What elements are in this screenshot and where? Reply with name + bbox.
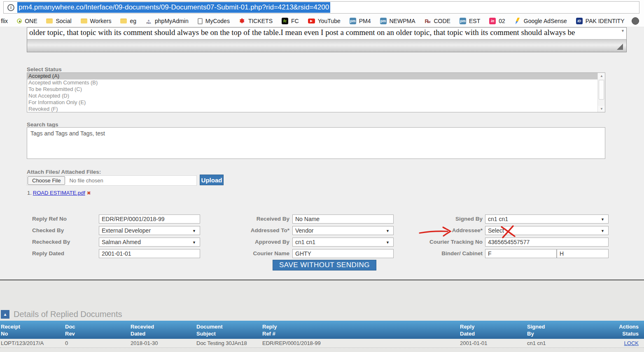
delete-file-icon[interactable] <box>87 190 91 196</box>
status-option-selected[interactable]: Accepted (A) <box>27 73 605 79</box>
attach-files-label: Attach Files/ Attached Files: <box>27 169 101 175</box>
bookmark-item-social[interactable]: Social <box>46 18 71 24</box>
courier-name-input[interactable] <box>292 249 394 258</box>
addressed-to-label: Addressed To* <box>230 226 289 235</box>
status-option[interactable]: Not Accepted (D) <box>27 93 605 99</box>
chevron-down-icon <box>386 226 390 235</box>
page-content: older topic, that topic with its comment… <box>0 27 644 280</box>
bookmark-item-est[interactable]: pmEST <box>460 18 480 24</box>
listbox-scrollbar[interactable] <box>597 73 605 112</box>
editor-status-area <box>27 39 626 52</box>
attached-file-link[interactable]: ROAD ESTIMATE.pdf <box>33 190 85 196</box>
bookmark-item-phpmyadmin[interactable]: PMAphpMyAdmin <box>145 18 189 24</box>
bookmark-item-02[interactable]: in02 <box>489 18 505 24</box>
bookmark-item-flix[interactable]: flix <box>1 18 8 24</box>
address-bar[interactable]: pm4.pmanywhere.co/Interface/09-documents… <box>3 1 639 14</box>
lock-action-link[interactable]: LOCK <box>624 340 639 346</box>
approved-by-label: Approved By <box>230 238 289 247</box>
details-section: Details of Replied Documents ReceiptNo D… <box>0 280 644 352</box>
page-info-icon[interactable] <box>7 4 14 11</box>
comment-editor[interactable]: older topic, that topic with its comment… <box>27 27 627 52</box>
receipt-no-cell: LOPT/123/2017/A <box>1 339 63 347</box>
chevron-down-icon <box>601 215 604 224</box>
bookmark-item-adsense[interactable]: Google AdSense <box>514 18 567 24</box>
folder-icon <box>120 19 127 23</box>
flower-icon <box>239 18 245 24</box>
signed-by-select[interactable]: cn1 cn1 <box>485 214 609 224</box>
bookmark-item-workers[interactable]: Workers <box>81 18 112 24</box>
reply-ref-no-label: Reply Ref No <box>32 214 94 224</box>
file-input[interactable]: Choose File No file chosen <box>27 175 197 186</box>
editor-text[interactable]: older topic, that topic with its comment… <box>27 28 626 39</box>
status-option[interactable]: To be Resubmitted (C) <box>27 86 605 93</box>
bookmark-item-code[interactable]: RMCODE <box>425 18 450 24</box>
url-text[interactable]: pm4.pmanywhere.co/Interface/09-documents… <box>17 2 330 13</box>
adsense-icon <box>514 18 521 24</box>
section-title: Details of Replied Documents <box>14 310 122 319</box>
bookmark-item-mycodes[interactable]: MyCodes <box>198 18 230 24</box>
chevron-down-icon <box>192 238 196 247</box>
folder-icon <box>81 19 87 23</box>
scroll-down-icon[interactable] <box>621 29 625 33</box>
chevron-down-icon <box>386 238 390 247</box>
bookmark-item-newpma[interactable]: pmNEWPMA <box>380 18 415 24</box>
rechecked-by-select[interactable]: Salman Ahmed <box>99 238 200 247</box>
bookmark-item-tickets[interactable]: TICKETS <box>239 18 273 24</box>
pm-icon: pm <box>350 18 356 24</box>
approved-by-select[interactable]: cn1 cn1 <box>292 238 394 247</box>
status-option[interactable]: Accepted with Comments (B) <box>27 79 605 86</box>
bookmark-item-pm4[interactable]: pmPM4 <box>350 18 371 24</box>
phpmyadmin-icon: PMA <box>145 18 152 24</box>
upload-button[interactable]: Upload <box>200 175 224 185</box>
bookmark-item-one[interactable]: ONE <box>17 18 37 24</box>
status-option[interactable]: Revoked (F) <box>27 106 605 112</box>
reply-dated-label: Reply Dated <box>32 249 94 258</box>
signed-by-cell: cn1 cn1 <box>527 339 591 347</box>
scroll-up-icon[interactable] <box>598 73 605 79</box>
column-header: ActionsStatus <box>593 323 641 337</box>
bookmark-item-eg[interactable]: eg <box>120 18 136 24</box>
addressed-to-select[interactable]: Vendor <box>292 226 394 235</box>
cabinet-input[interactable] <box>557 249 609 258</box>
choose-file-button[interactable]: Choose File <box>28 176 65 185</box>
checked-by-label: Checked By <box>32 226 94 235</box>
youtube-play-icon <box>308 19 315 23</box>
one-circle-icon <box>17 19 22 23</box>
pm-icon: pm <box>460 18 466 24</box>
bookmarks-bar: flix ONE Social Workers eg PMAphpMyAdmin… <box>0 15 644 27</box>
collapse-section-icon[interactable] <box>1 310 9 319</box>
checked-by-select[interactable]: External Developer <box>99 226 200 235</box>
courier-tracking-no-input[interactable] <box>485 238 609 247</box>
browser-chrome: pm4.pmanywhere.co/Interface/09-documents… <box>0 0 644 27</box>
column-header: ReceviedDated <box>131 323 195 337</box>
column-header: ReplyRef # <box>262 323 456 337</box>
binder-input[interactable] <box>485 249 557 258</box>
save-without-sending-button[interactable]: SAVE WITHOUT SENDING <box>273 260 376 270</box>
reply-dated-input[interactable] <box>99 249 200 258</box>
resize-handle-icon[interactable] <box>617 44 623 50</box>
reply-ref-no-input[interactable] <box>99 214 200 224</box>
addressee-label: Addressee* <box>412 226 483 235</box>
received-by-input[interactable] <box>292 214 394 224</box>
doc-rev-cell: 0 <box>65 339 129 347</box>
fc-icon: fc <box>282 18 288 24</box>
signed-by-label: Signed By <box>412 214 483 224</box>
bookmark-item-youtube[interactable]: YouTube <box>308 18 341 24</box>
status-option[interactable]: For Information Only (E) <box>27 99 605 106</box>
addressee-select[interactable]: Select <box>485 226 609 235</box>
courier-tracking-no-label: Courier Tracking No <box>412 238 483 247</box>
reply-dated-cell: 2001-01-01 <box>460 339 525 347</box>
bookmark-item-fc[interactable]: fcFC <box>282 18 299 24</box>
status-listbox[interactable]: Accepted (A) Accepted with Comments (B) … <box>27 72 605 112</box>
scrollbar-thumb[interactable] <box>599 80 604 100</box>
rechecked-by-label: Rechecked By <box>32 238 94 247</box>
column-header: DocumentSubject <box>196 323 261 337</box>
scroll-down-icon[interactable] <box>598 106 605 112</box>
bookmark-item-pak-identity[interactable]: IDPAK IDENTITY <box>576 18 625 24</box>
profile-avatar-icon[interactable] <box>632 17 639 25</box>
page-icon <box>198 18 203 24</box>
search-tags-input[interactable]: Tags and Tags and Tags, test <box>27 127 605 159</box>
search-tags-label: Search tags <box>27 121 58 128</box>
table-row: LOPT/123/2017/A 0 2018-01-30 Doc Testing… <box>0 339 644 348</box>
reply-ref-cell: EDR/REP/0001/2018-99 <box>262 339 456 347</box>
